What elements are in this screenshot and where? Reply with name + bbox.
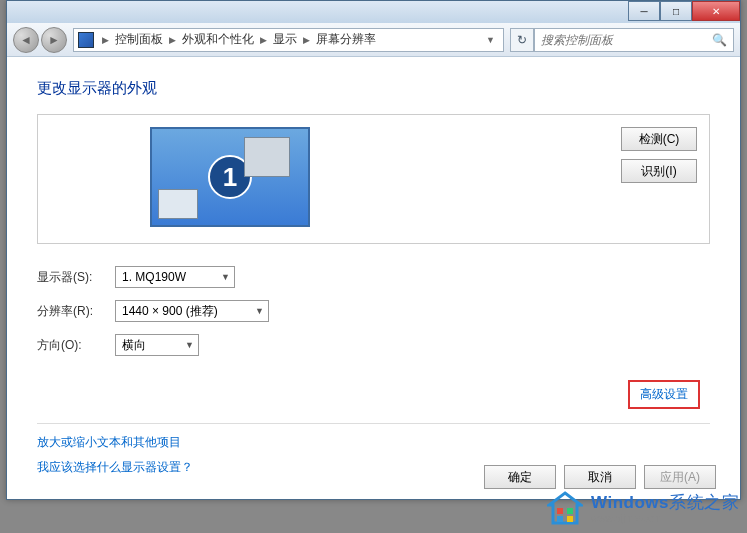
breadcrumb-item[interactable]: 控制面板: [111, 31, 167, 48]
chevron-right-icon: ▶: [100, 35, 111, 45]
control-panel-window: ─ □ ✕ ◄ ► ▶ 控制面板 ▶ 外观和个性化 ▶ 显示 ▶ 屏幕分辨率 ▼…: [6, 0, 741, 500]
display-combobox[interactable]: 1. MQ190W ▼: [115, 266, 235, 288]
desktop-thumb-right: [244, 137, 290, 177]
control-panel-icon: [78, 32, 94, 48]
text-size-link[interactable]: 放大或缩小文本和其他项目: [37, 434, 710, 451]
dialog-buttons: 确定 取消 应用(A): [484, 465, 716, 489]
search-box[interactable]: 🔍: [534, 28, 734, 52]
divider: [37, 423, 710, 424]
monitor-thumbnail[interactable]: 1: [150, 127, 310, 227]
watermark-logo-icon: [547, 491, 583, 527]
advanced-settings-link[interactable]: 高级设置: [628, 380, 700, 409]
maximize-button[interactable]: □: [660, 1, 692, 21]
display-label: 显示器(S):: [37, 269, 115, 286]
chevron-right-icon: ▶: [301, 35, 312, 45]
breadcrumb-item[interactable]: 显示: [269, 31, 301, 48]
minimize-button[interactable]: ─: [628, 1, 660, 21]
back-button[interactable]: ◄: [13, 27, 39, 53]
svg-rect-3: [557, 516, 563, 522]
search-input[interactable]: [541, 33, 712, 47]
watermark-title: Windows系统之家: [591, 494, 739, 513]
search-icon: 🔍: [712, 33, 727, 47]
refresh-button[interactable]: ↻: [510, 28, 534, 52]
orientation-label: 方向(O):: [37, 337, 115, 354]
address-dropdown-icon[interactable]: ▼: [482, 35, 499, 45]
desktop-thumb-left: [158, 189, 198, 219]
monitor-preview-box: 1 检测(C) 识别(I): [37, 114, 710, 244]
content-area: 更改显示器的外观 1 检测(C) 识别(I) 显示器(S): 1. MQ190W…: [7, 57, 740, 499]
window-controls: ─ □ ✕: [628, 1, 740, 21]
orientation-value: 横向: [122, 337, 146, 354]
resolution-value: 1440 × 900 (推荐): [122, 303, 218, 320]
detect-button[interactable]: 检测(C): [621, 127, 697, 151]
breadcrumb-item[interactable]: 屏幕分辨率: [312, 31, 380, 48]
close-button[interactable]: ✕: [692, 1, 740, 21]
svg-marker-0: [549, 493, 581, 523]
watermark: Windows系统之家 www.bjjmlv.com: [547, 491, 739, 527]
svg-rect-2: [567, 508, 573, 514]
ok-button[interactable]: 确定: [484, 465, 556, 489]
resolution-combobox[interactable]: 1440 × 900 (推荐) ▼: [115, 300, 269, 322]
chevron-right-icon: ▶: [167, 35, 178, 45]
page-title: 更改显示器的外观: [37, 79, 710, 98]
address-bar[interactable]: ▶ 控制面板 ▶ 外观和个性化 ▶ 显示 ▶ 屏幕分辨率 ▼: [73, 28, 504, 52]
navigation-bar: ◄ ► ▶ 控制面板 ▶ 外观和个性化 ▶ 显示 ▶ 屏幕分辨率 ▼ ↻ 🔍: [7, 23, 740, 57]
cancel-button[interactable]: 取消: [564, 465, 636, 489]
chevron-down-icon: ▼: [221, 272, 230, 282]
resolution-label: 分辨率(R):: [37, 303, 115, 320]
forward-button[interactable]: ►: [41, 27, 67, 53]
chevron-down-icon: ▼: [185, 340, 194, 350]
titlebar: ─ □ ✕: [7, 1, 740, 23]
chevron-down-icon: ▼: [255, 306, 264, 316]
svg-rect-1: [557, 508, 563, 514]
apply-button[interactable]: 应用(A): [644, 465, 716, 489]
orientation-combobox[interactable]: 横向 ▼: [115, 334, 199, 356]
identify-button[interactable]: 识别(I): [621, 159, 697, 183]
display-value: 1. MQ190W: [122, 270, 186, 284]
breadcrumb-item[interactable]: 外观和个性化: [178, 31, 258, 48]
chevron-right-icon: ▶: [258, 35, 269, 45]
watermark-url: www.bjjmlv.com: [591, 513, 739, 524]
svg-rect-4: [567, 516, 573, 522]
